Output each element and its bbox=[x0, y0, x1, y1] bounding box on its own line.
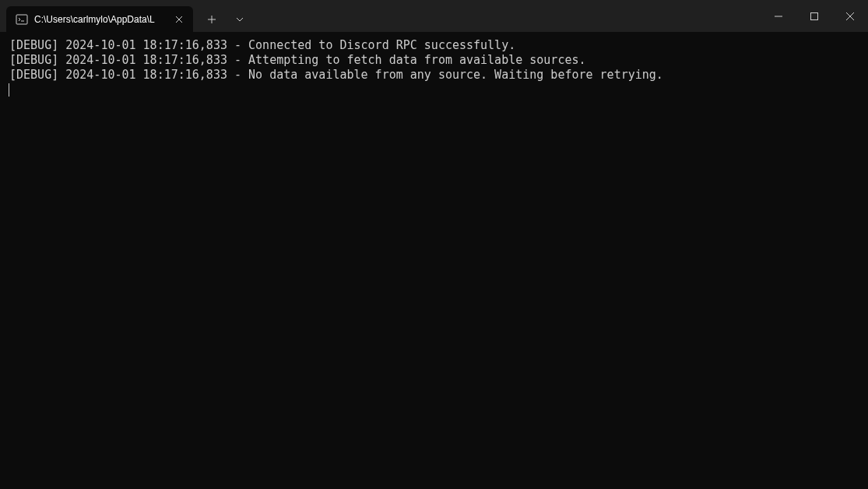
terminal-icon bbox=[16, 13, 28, 26]
window-controls bbox=[761, 0, 868, 32]
log-line: [DEBUG] 2024-10-01 18:17:16,833 - Connec… bbox=[9, 38, 859, 53]
svg-rect-7 bbox=[811, 12, 818, 19]
titlebar-drag-area[interactable] bbox=[252, 0, 761, 32]
tab-close-button[interactable] bbox=[173, 13, 185, 26]
tab-dropdown-button[interactable] bbox=[227, 7, 252, 32]
plus-icon bbox=[208, 16, 216, 23]
tab-title: C:\Users\carlmylo\AppData\L bbox=[34, 14, 167, 25]
log-line: [DEBUG] 2024-10-01 18:17:16,833 - No dat… bbox=[9, 68, 859, 83]
svg-rect-0 bbox=[16, 15, 27, 24]
new-tab-button[interactable] bbox=[199, 7, 224, 32]
log-line: [DEBUG] 2024-10-01 18:17:16,833 - Attemp… bbox=[9, 53, 859, 68]
minimize-button[interactable] bbox=[761, 0, 796, 32]
maximize-button[interactable] bbox=[796, 0, 832, 32]
terminal-output[interactable]: [DEBUG] 2024-10-01 18:17:16,833 - Connec… bbox=[0, 32, 868, 489]
close-window-button[interactable] bbox=[832, 0, 868, 32]
close-icon bbox=[846, 12, 854, 20]
chevron-down-icon bbox=[236, 17, 244, 22]
close-icon bbox=[175, 16, 183, 23]
active-tab[interactable]: C:\Users\carlmylo\AppData\L bbox=[6, 6, 193, 32]
tab-actions bbox=[193, 6, 252, 32]
maximize-icon bbox=[810, 12, 818, 20]
titlebar: C:\Users\carlmylo\AppData\L bbox=[0, 0, 868, 32]
terminal-cursor bbox=[9, 83, 9, 97]
minimize-icon bbox=[775, 12, 782, 20]
